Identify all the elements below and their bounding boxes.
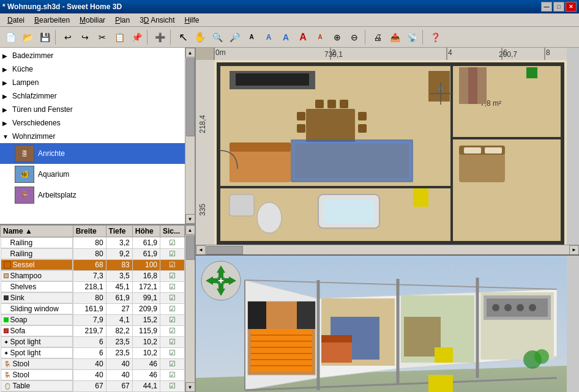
text-size-a4[interactable]: A bbox=[295, 29, 311, 45]
menu-mobiliar[interactable]: Mobiliar bbox=[75, 15, 110, 26]
menu-bearbeiten[interactable]: Bearbeiten bbox=[29, 15, 75, 26]
copy-button[interactable]: 📋 bbox=[111, 29, 127, 45]
cell-hoehe: 115,9 bbox=[132, 325, 160, 336]
scroll-thumb[interactable] bbox=[186, 58, 195, 136]
table-row[interactable]: 🪞Table 67 67 44,1 ☑ bbox=[1, 380, 185, 391]
share-button[interactable]: 📡 bbox=[404, 29, 420, 45]
export-button[interactable]: 📤 bbox=[387, 29, 403, 45]
left-panel: ▶ Badezimmer ▶ Küche ▶ Lampen ▶ Schlafzi… bbox=[0, 48, 196, 392]
furniture-anrichte[interactable]: 🗄 Anrichte bbox=[0, 143, 185, 164]
table-scroll-up[interactable]: ▲ bbox=[185, 225, 195, 235]
zoom-percent-in[interactable]: ⊕ bbox=[329, 29, 345, 45]
table-row[interactable]: Sliding window 161,9 27 209,9 ☑ bbox=[1, 303, 185, 314]
col-name[interactable]: Name ▲ bbox=[1, 226, 73, 237]
menu-datei[interactable]: Datei bbox=[2, 15, 29, 26]
scroll-down-button[interactable]: ▼ bbox=[185, 214, 195, 224]
table-row[interactable]: Sink 80 61,9 99,1 ☑ bbox=[1, 292, 185, 303]
table-row[interactable]: 🪑Stool 40 40 46 ☑ bbox=[1, 369, 185, 380]
table-row[interactable]: Sofa 219,7 82,2 115,9 ☑ bbox=[1, 325, 185, 336]
cell-name: Shelves bbox=[1, 281, 73, 292]
category-wohnzimmer[interactable]: ▼ Wohnzimmer bbox=[0, 130, 185, 143]
col-tiefe[interactable]: Tiefe bbox=[106, 226, 132, 237]
minimize-button[interactable]: — bbox=[541, 2, 552, 12]
cut-button[interactable]: ✂ bbox=[94, 29, 110, 45]
text-size-a2[interactable]: A bbox=[261, 29, 277, 45]
undo-button[interactable]: ↩ bbox=[60, 29, 76, 45]
category-schlafzimmer[interactable]: ▶ Schlafzimmer bbox=[0, 89, 185, 103]
table-row[interactable]: Railing 80 9,2 61,9 ☑ bbox=[1, 248, 185, 259]
category-scrollbar: ▲ ▼ bbox=[185, 48, 195, 224]
save-button[interactable]: 💾 bbox=[37, 29, 53, 45]
cell-check: ☑ bbox=[160, 369, 185, 380]
table-row[interactable]: Soap 7,9 4,1 15,2 ☑ bbox=[1, 314, 185, 325]
title-bar: * Wohnung.sh3d - Sweet Home 3D — □ ✕ bbox=[0, 0, 579, 13]
furniture-aquarium[interactable]: 🐠 Aquarium bbox=[0, 164, 185, 185]
close-button[interactable]: ✕ bbox=[566, 2, 577, 12]
zoom-out-button[interactable]: 🔎 bbox=[226, 29, 242, 45]
paste-button[interactable]: 📌 bbox=[129, 29, 144, 45]
print-button[interactable]: 🖨 bbox=[370, 29, 386, 45]
table-row[interactable]: Railing 80 3,2 61,9 ☑ bbox=[1, 237, 185, 249]
zoom-in-button[interactable]: 🔍 bbox=[209, 29, 225, 45]
open-button[interactable]: 📂 bbox=[20, 29, 35, 45]
svg-rect-2 bbox=[196, 60, 214, 246]
fp-scroll-thumb[interactable] bbox=[206, 246, 243, 254]
table-row[interactable]: ✦Spot light 6 23,5 10,2 ☑ bbox=[1, 336, 185, 347]
fp-scroll-right[interactable]: ► bbox=[569, 245, 579, 255]
table-row[interactable]: Sessel 68 83 100 ☑ bbox=[1, 259, 185, 270]
col-sic[interactable]: Sic... bbox=[160, 226, 185, 237]
category-verschiedenes[interactable]: ▶ Verschiedenes bbox=[0, 116, 185, 130]
table-scroll-down[interactable]: ▼ bbox=[185, 382, 195, 392]
col-breite[interactable]: Breite bbox=[73, 226, 106, 237]
cell-breite: 68 bbox=[73, 259, 106, 270]
col-hoehe[interactable]: Höhe bbox=[132, 226, 160, 237]
nav-control-svg bbox=[201, 261, 241, 301]
scroll-up-button[interactable]: ▲ bbox=[185, 48, 195, 57]
cell-hoehe: 172,1 bbox=[132, 281, 160, 292]
text-size-a5[interactable]: A bbox=[312, 29, 328, 45]
svg-rect-103 bbox=[219, 284, 223, 289]
add-furniture-button[interactable]: ➕ bbox=[152, 29, 168, 45]
cell-check: ☑ bbox=[160, 281, 185, 292]
floor-plan: Wohnzimmer 21,29 m² 7,8 m² 739,1 200,7 2… bbox=[196, 48, 579, 256]
select-tool[interactable]: ↖ bbox=[175, 29, 191, 45]
fp-scroll-left[interactable]: ◄ bbox=[196, 245, 206, 255]
cell-breite: 6 bbox=[73, 336, 106, 347]
table-scroll-thumb[interactable] bbox=[186, 235, 195, 260]
redo-button[interactable]: ↪ bbox=[77, 29, 93, 45]
text-size-a1[interactable]: A bbox=[244, 29, 260, 45]
label-tueren: Türen und Fenster bbox=[12, 105, 182, 114]
toolbar-separator-3 bbox=[170, 30, 173, 45]
cell-name: Railing bbox=[1, 248, 73, 259]
maximize-button[interactable]: □ bbox=[553, 2, 564, 12]
arrow-tueren: ▶ bbox=[2, 106, 11, 113]
category-tueren[interactable]: ▶ Türen und Fenster bbox=[0, 103, 185, 116]
furniture-arbeitsplatz[interactable]: 🪑 Arbeitsplatz bbox=[0, 185, 185, 205]
menu-3d-ansicht[interactable]: 3D Ansicht bbox=[135, 15, 179, 26]
svg-rect-32 bbox=[358, 124, 367, 133]
data-table-scroll: Name ▲ Breite Tiefe Höhe Sic... Railing … bbox=[0, 225, 195, 392]
table-row[interactable]: ✦Spot light 6 23,5 10,2 ☑ bbox=[1, 347, 185, 358]
cell-tiefe: 4,1 bbox=[106, 314, 132, 325]
table-row[interactable]: 🪑Stool 40 40 46 ☑ bbox=[1, 358, 185, 369]
category-lampen[interactable]: ▶ Lampen bbox=[0, 76, 185, 89]
category-badezimmer[interactable]: ▶ Badezimmer bbox=[0, 49, 185, 62]
table-row[interactable]: Shelves 218,1 45,1 172,1 ☑ bbox=[1, 281, 185, 292]
menu-plan[interactable]: Plan bbox=[110, 15, 135, 26]
right-panel: Wohnzimmer 21,29 m² 7,8 m² 739,1 200,7 2… bbox=[196, 48, 579, 392]
category-kueche[interactable]: ▶ Küche bbox=[0, 62, 185, 76]
cell-tiefe: 82,2 bbox=[106, 325, 132, 336]
fp-scroll-track[interactable] bbox=[206, 245, 569, 255]
svg-rect-31 bbox=[358, 112, 367, 120]
pan-tool[interactable]: ✋ bbox=[192, 29, 208, 45]
cell-tiefe: 27 bbox=[106, 303, 132, 314]
svg-rect-41 bbox=[526, 67, 537, 78]
table-row[interactable]: Shampoo 7,3 3,5 16,8 ☑ bbox=[1, 270, 185, 281]
zoom-percent-out[interactable]: ⊖ bbox=[346, 29, 362, 45]
cell-check: ☑ bbox=[160, 336, 185, 347]
menu-hilfe[interactable]: Hilfe bbox=[180, 15, 204, 26]
new-button[interactable]: 📄 bbox=[2, 29, 18, 45]
help-button[interactable]: ❓ bbox=[427, 29, 443, 45]
cell-hoehe: 100 bbox=[132, 259, 160, 270]
text-size-a3[interactable]: A bbox=[278, 29, 294, 45]
